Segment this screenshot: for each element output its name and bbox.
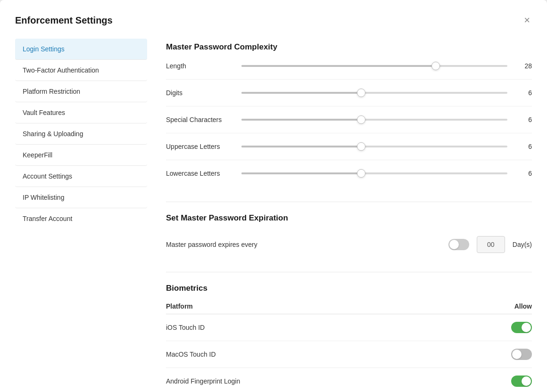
- sidebar-item-vault-features[interactable]: Vault Features: [15, 102, 147, 123]
- biometrics-row: Android Fingerprint Login: [166, 368, 532, 392]
- section-divider-2: [166, 272, 532, 272]
- expiration-row: Master password expires every Day(s): [166, 232, 532, 257]
- biometrics-header: Platform Allow: [166, 302, 532, 314]
- slider-value: 6: [515, 116, 532, 123]
- master-password-section: Master Password Complexity Length28Digit…: [166, 42, 532, 187]
- slider-label: Length: [166, 62, 241, 70]
- sliders-container: Length28Digits6Special Characters6Upperc…: [166, 61, 532, 187]
- sidebar-item-sharing-uploading[interactable]: Sharing & Uploading: [15, 123, 147, 145]
- biometrics-platform-name: MacOS Touch ID: [166, 351, 216, 358]
- slider-track-container[interactable]: [241, 88, 507, 98]
- slider-row-special-characters: Special Characters6: [166, 115, 532, 133]
- slider-label: Special Characters: [166, 116, 241, 123]
- toggle-knob: [522, 376, 531, 386]
- sidebar-item-ip-whitelisting[interactable]: IP Whitelisting: [15, 187, 147, 208]
- sidebar-item-account-settings[interactable]: Account Settings: [15, 166, 147, 187]
- expiration-toggle[interactable]: [448, 239, 469, 250]
- section-divider: [166, 202, 532, 202]
- slider-value: 6: [515, 143, 532, 150]
- main-content: Master Password Complexity Length28Digit…: [147, 35, 532, 392]
- slider-track-container[interactable]: [241, 169, 507, 178]
- master-password-title: Master Password Complexity: [166, 42, 532, 52]
- slider-row-lowercase-letters: Lowercase Letters6: [166, 169, 532, 187]
- toggle-knob: [522, 323, 531, 332]
- slider-value: 6: [515, 170, 532, 177]
- slider-row-digits: Digits6: [166, 88, 532, 106]
- sidebar-item-two-factor[interactable]: Two-Factor Authentication: [15, 60, 147, 81]
- expiration-label: Master password expires every: [166, 241, 441, 248]
- biometrics-rows: iOS Touch IDMacOS Touch IDAndroid Finger…: [166, 314, 532, 392]
- slider-value: 28: [515, 62, 532, 70]
- close-button[interactable]: ×: [522, 13, 532, 27]
- biometrics-toggle[interactable]: [511, 349, 532, 360]
- slider-track-container[interactable]: [241, 115, 507, 124]
- biometrics-platform-name: Android Fingerprint Login: [166, 377, 240, 385]
- expiration-toggle-knob: [449, 240, 459, 249]
- enforcement-settings-modal: Enforcement Settings × Login SettingsTwo…: [0, 0, 547, 392]
- slider-track-container[interactable]: [241, 61, 507, 71]
- biometrics-row: iOS Touch ID: [166, 314, 532, 341]
- expiration-input[interactable]: [477, 236, 505, 253]
- slider-label: Uppercase Letters: [166, 143, 241, 150]
- biometrics-row: MacOS Touch ID: [166, 341, 532, 368]
- slider-value: 6: [515, 89, 532, 97]
- expiration-unit: Day(s): [513, 241, 532, 248]
- slider-row-length: Length28: [166, 61, 532, 80]
- sidebar-item-platform-restriction[interactable]: Platform Restriction: [15, 81, 147, 102]
- modal-header: Enforcement Settings ×: [0, 0, 547, 35]
- sidebar-item-login-settings[interactable]: Login Settings: [15, 39, 147, 60]
- biometrics-toggle[interactable]: [511, 322, 532, 333]
- sidebar: Login SettingsTwo-Factor AuthenticationP…: [15, 35, 147, 392]
- slider-row-uppercase-letters: Uppercase Letters6: [166, 142, 532, 160]
- biometrics-title: Biometrics: [166, 284, 532, 293]
- sidebar-item-transfer-account[interactable]: Transfer Account: [15, 208, 147, 229]
- expiration-title: Set Master Password Expiration: [166, 213, 532, 223]
- toggle-knob: [512, 350, 522, 359]
- expiration-section: Set Master Password Expiration Master pa…: [166, 213, 532, 257]
- biometrics-section: Biometrics Platform Allow iOS Touch IDMa…: [166, 284, 532, 392]
- slider-track-container[interactable]: [241, 142, 507, 151]
- modal-title: Enforcement Settings: [15, 15, 113, 26]
- biometrics-toggle[interactable]: [511, 376, 532, 387]
- biometrics-platform-name: iOS Touch ID: [166, 324, 205, 331]
- sidebar-item-keeperfill[interactable]: KeeperFill: [15, 145, 147, 166]
- biometrics-col-platform-label: Platform: [166, 302, 193, 310]
- slider-label: Lowercase Letters: [166, 170, 241, 177]
- biometrics-col-allow-label: Allow: [514, 302, 532, 310]
- slider-label: Digits: [166, 89, 241, 97]
- modal-body: Login SettingsTwo-Factor AuthenticationP…: [0, 35, 547, 392]
